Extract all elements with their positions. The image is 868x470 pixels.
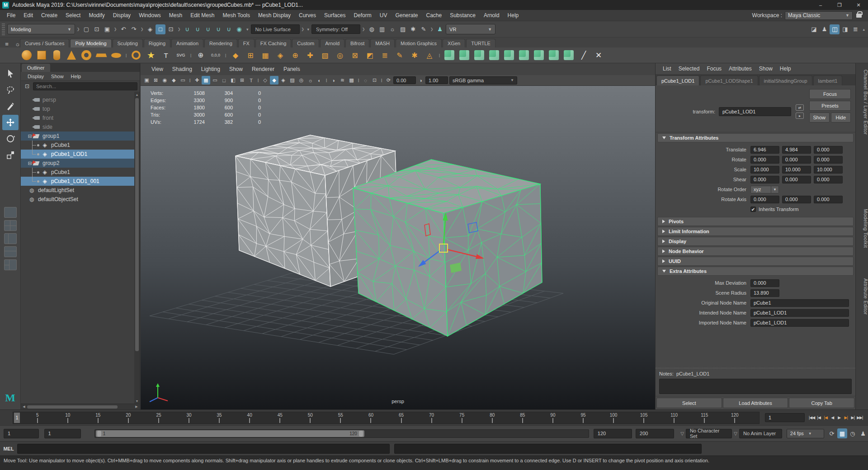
wireframe-icon[interactable]: ◇ — [261, 76, 269, 85]
menu-item-list[interactable]: List — [659, 66, 675, 72]
playback-end-field[interactable]: 120 — [594, 429, 632, 438]
knife-tool-icon[interactable]: ╱ — [577, 48, 590, 62]
exposure-icon[interactable]: ⟳ — [384, 76, 393, 85]
step-forward-key-button[interactable]: ▶| — [843, 413, 849, 422]
transform-name-field[interactable]: pCube1_LOD1 — [719, 107, 791, 116]
sidebar-tab-modeling-toolkit[interactable]: Modeling Toolkit — [856, 207, 868, 250]
auto-keyframe-icon[interactable]: ▦ — [837, 428, 847, 438]
gamma-field[interactable]: 1.00 — [425, 76, 448, 84]
outliner-tab[interactable]: Outliner — [22, 64, 50, 72]
slice-tool-icon[interactable]: ✕ — [592, 48, 605, 62]
textured-icon[interactable]: ▨ — [288, 76, 297, 85]
poly-cone-icon[interactable] — [65, 48, 78, 62]
film-gate-icon[interactable]: ▭ — [211, 76, 219, 85]
shelf-tab-mash[interactable]: MASH — [370, 39, 395, 47]
outliner-item-defaultLightSet[interactable]: ◍defaultLightSet — [21, 186, 140, 195]
svg-tool-icon[interactable]: SVG — [174, 48, 188, 62]
select-by-name-icon[interactable]: ⊡ — [23, 82, 31, 90]
menu-item-display[interactable]: Display — [109, 12, 135, 19]
step-forward-frame-button[interactable]: ▶| — [849, 413, 856, 422]
mash-orient-icon[interactable] — [502, 48, 516, 62]
menu-item-arnold[interactable]: Arnold — [480, 12, 504, 19]
mash-flight-icon[interactable] — [487, 48, 501, 62]
attribute-value-field[interactable]: 10.000 — [814, 166, 843, 174]
poly-cube-icon[interactable] — [35, 48, 48, 62]
attribute-value-field[interactable]: 0.000 — [814, 146, 843, 154]
snap-projected-center-icon[interactable]: ∪ — [213, 24, 223, 34]
four-pane-layout[interactable] — [4, 220, 17, 231]
shelf-tab-xgen[interactable]: XGen — [443, 39, 465, 47]
menu-item-show[interactable]: Show — [225, 66, 247, 72]
menu-item-help[interactable]: Help — [776, 66, 795, 72]
scroll-right-icon[interactable]: ▶ — [133, 405, 140, 409]
scroll-up-icon[interactable]: ▲ — [136, 92, 139, 97]
screen-space-ao-icon[interactable]: ◑ — [329, 76, 338, 85]
image-plane-icon[interactable]: ▭ — [179, 76, 187, 85]
menu-item-deform[interactable]: Deform — [349, 12, 375, 19]
outliner-vertical-scrollbar[interactable]: ▲ ▼ — [134, 92, 140, 404]
animation-start-field[interactable]: 1 — [4, 429, 39, 438]
shadows-icon[interactable]: ◐ — [315, 76, 324, 85]
shelf-tab-turtle[interactable]: TURTLE — [466, 39, 495, 47]
copy-tab-button[interactable]: Copy Tab — [789, 398, 854, 408]
maximize-button[interactable]: ❐ — [830, 0, 849, 10]
attribute-value-field[interactable]: 0.000 — [814, 196, 843, 203]
section-header-display[interactable]: Display — [657, 237, 854, 246]
select-camera-icon[interactable]: ▣ — [142, 76, 151, 85]
gamma-icon[interactable]: ◑ — [416, 76, 425, 85]
grip-handle[interactable] — [2, 24, 5, 35]
resolution-gate-icon[interactable]: □ — [220, 76, 228, 85]
menu-item-mesh-tools[interactable]: Mesh Tools — [219, 12, 254, 19]
attribute-text-field[interactable]: pCube1_LOD1 — [750, 319, 849, 327]
outliner-item-defaultObjectSet[interactable]: ◍defaultObjectSet — [21, 195, 140, 204]
shelf-tab-bifrost[interactable]: Bifrost — [345, 39, 369, 47]
close-button[interactable]: ✕ — [849, 0, 868, 10]
symmetry-field[interactable]: Symmetry: Off — [311, 24, 360, 34]
poly-cylinder-icon[interactable] — [50, 48, 63, 62]
combine-icon[interactable]: ◆ — [229, 48, 242, 62]
hide-button[interactable]: Hide — [831, 113, 851, 122]
separate-icon[interactable]: ⊞ — [244, 48, 257, 62]
outliner-item-front[interactable]: front — [21, 113, 140, 122]
play-backwards-button[interactable]: ◀ — [829, 413, 835, 422]
mash-curve-icon[interactable] — [458, 48, 471, 62]
anim-layer-menu-icon[interactable]: ▽ — [732, 431, 739, 436]
vr-person-icon[interactable]: ♟ — [435, 24, 445, 34]
shelf-tab-poly-modeling[interactable]: Poly Modeling — [70, 39, 111, 47]
character-controls-icon[interactable]: ♟ — [858, 428, 868, 438]
bevel-icon[interactable]: ✚ — [303, 48, 317, 62]
target-weld-icon[interactable]: ✱ — [408, 48, 421, 62]
section-collapse-handle[interactable]: ❯ — [361, 24, 366, 35]
section-collapse-handle[interactable]: ❯ — [177, 24, 181, 35]
outliner-persp-layout[interactable] — [4, 259, 17, 270]
attribute-value-field[interactable]: 0.000 — [750, 176, 779, 183]
menu-item-edit[interactable]: Edit — [19, 12, 37, 19]
vr-select[interactable]: VR▼ — [446, 24, 495, 34]
section-header-extra-attributes[interactable]: Extra Attributes — [657, 267, 854, 276]
chevron-down-icon[interactable]: ▾ — [306, 27, 311, 32]
bridge-icon[interactable]: ▧ — [318, 48, 332, 62]
paint-effects-icon[interactable]: ✎ — [419, 24, 429, 34]
merge-icon[interactable]: ⊠ — [348, 48, 362, 62]
section-collapse-handle[interactable]: ❯ — [113, 24, 118, 35]
shelf-tab-custom[interactable]: Custom — [292, 39, 319, 47]
toggle-character-controls-icon[interactable]: ♟ — [819, 24, 829, 34]
texture-view-icon[interactable]: ▨ — [398, 24, 408, 34]
light-editor-icon[interactable]: ✱ — [408, 24, 418, 34]
shelf-tab-fx-caching[interactable]: FX Caching — [255, 39, 291, 47]
focus-button[interactable]: Focus — [809, 89, 851, 99]
section-header-pivots[interactable]: Pivots — [657, 217, 854, 226]
menu-item-modify[interactable]: Modify — [85, 12, 108, 19]
shelf-tab-fx[interactable]: FX — [238, 39, 255, 47]
use-default-material-icon[interactable]: ◎ — [297, 76, 306, 85]
ae-tab-pCube1_LODShape1[interactable]: pCube1_LODShape1 — [700, 75, 758, 85]
outliner-item-pCube1_LOD1[interactable]: ◈pCube1_LOD1 — [21, 150, 140, 159]
undo-icon[interactable]: ↶ — [118, 24, 128, 34]
menu-item-curves[interactable]: Curves — [295, 12, 320, 19]
attribute-text-field[interactable]: pCube1_LOD1 — [750, 309, 849, 317]
ipr-render-icon[interactable]: ▥ — [377, 24, 387, 34]
outliner-item-group2[interactable]: ⊟group2 — [21, 159, 140, 168]
section-header-uuid[interactable]: UUID — [657, 257, 854, 266]
fps-select[interactable]: 24 fps▼ — [787, 429, 824, 438]
command-input[interactable] — [17, 444, 390, 454]
